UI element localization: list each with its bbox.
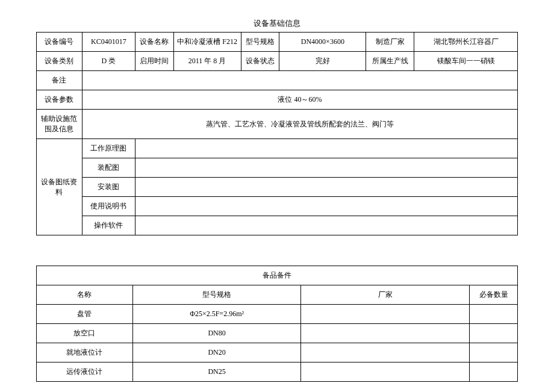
spare-mfr xyxy=(301,305,470,324)
spare-mfr xyxy=(301,343,470,362)
label-manual: 使用说明书 xyxy=(82,197,135,216)
value-equipment-class: D 类 xyxy=(82,52,135,71)
spare-spec: DN80 xyxy=(132,324,301,343)
label-remarks: 备注 xyxy=(37,71,82,90)
table-row: 远传液位计 DN25 xyxy=(37,362,518,382)
header-manufacturer: 厂家 xyxy=(301,285,470,305)
value-production-line: 镁酸车间一一硝镁 xyxy=(414,52,518,71)
label-production-line: 所属生产线 xyxy=(366,52,414,71)
value-software xyxy=(135,216,517,235)
row-drawings-3: 安装图 xyxy=(37,178,518,197)
table-row: 盘管 Φ25×2.5F=2.96m² xyxy=(37,305,518,324)
label-equipment-class: 设备类别 xyxy=(37,52,82,71)
value-remarks xyxy=(82,71,517,90)
label-equipment-name: 设备名称 xyxy=(135,33,173,52)
spare-qty xyxy=(470,324,518,343)
spare-parts-table: 备品备件 名称 型号规格 厂家 必备数量 盘管 Φ25×2.5F=2.96m² … xyxy=(36,266,518,382)
value-equipment-name: 中和冷凝液槽 F212 xyxy=(173,33,241,52)
value-assembly xyxy=(135,158,517,178)
label-software: 操作软件 xyxy=(82,216,135,235)
spare-mfr xyxy=(301,362,470,382)
row-auxiliary: 辅助设施范围及信息 蒸汽管、工艺水管、冷凝液管及管线所配套的法兰、阀门等 xyxy=(37,110,518,139)
spare-qty xyxy=(470,305,518,324)
equipment-info-table: 设备编号 KC0401017 设备名称 中和冷凝液槽 F212 型号规格 DN4… xyxy=(36,32,518,235)
label-auxiliary: 辅助设施范围及信息 xyxy=(37,110,82,139)
value-equipment-code: KC0401017 xyxy=(82,33,135,52)
row-equipment-class: 设备类别 D 类 启用时间 2011 年 8 月 设备状态 完好 所属生产线 镁… xyxy=(37,52,518,71)
value-installation xyxy=(135,178,517,197)
table-row: 放空口 DN80 xyxy=(37,324,518,343)
value-manual xyxy=(135,197,517,216)
spare-mfr xyxy=(301,324,470,343)
label-assembly: 装配图 xyxy=(82,158,135,178)
table1-title: 设备基础信息 xyxy=(36,18,518,29)
header-quantity: 必备数量 xyxy=(470,285,518,305)
spare-name: 就地液位计 xyxy=(37,343,133,362)
label-start-date: 启用时间 xyxy=(135,52,173,71)
spare-qty xyxy=(470,362,518,382)
label-status: 设备状态 xyxy=(241,52,279,71)
label-drawings: 设备图纸资料 xyxy=(37,139,82,235)
value-working-principle xyxy=(135,139,517,158)
header-spec: 型号规格 xyxy=(132,285,301,305)
label-working-principle: 工作原理图 xyxy=(82,139,135,158)
spare-spec: Φ25×2.5F=2.96m² xyxy=(132,305,301,324)
row-equipment-id: 设备编号 KC0401017 设备名称 中和冷凝液槽 F212 型号规格 DN4… xyxy=(37,33,518,52)
row-parameters: 设备参数 液位 40～60% xyxy=(37,90,518,110)
spare-parts-title: 备品备件 xyxy=(37,266,518,285)
spare-name: 远传液位计 xyxy=(37,362,133,382)
row-spare-title: 备品备件 xyxy=(37,266,518,285)
row-remarks: 备注 xyxy=(37,71,518,90)
spare-spec: DN20 xyxy=(132,343,301,362)
spare-qty xyxy=(470,343,518,362)
label-model-spec: 型号规格 xyxy=(241,33,279,52)
spare-name: 放空口 xyxy=(37,324,133,343)
value-auxiliary: 蒸汽管、工艺水管、冷凝液管及管线所配套的法兰、阀门等 xyxy=(82,110,517,139)
value-parameters: 液位 40～60% xyxy=(82,90,517,110)
label-installation: 安装图 xyxy=(82,178,135,197)
value-model-spec: DN4000×3600 xyxy=(279,33,366,52)
label-manufacturer: 制造厂家 xyxy=(366,33,414,52)
row-drawings-1: 设备图纸资料 工作原理图 xyxy=(37,139,518,158)
value-start-date: 2011 年 8 月 xyxy=(173,52,241,71)
label-equipment-code: 设备编号 xyxy=(37,33,82,52)
spare-spec: DN25 xyxy=(132,362,301,382)
row-spare-headers: 名称 型号规格 厂家 必备数量 xyxy=(37,285,518,305)
row-drawings-2: 装配图 xyxy=(37,158,518,178)
spare-name: 盘管 xyxy=(37,305,133,324)
header-name: 名称 xyxy=(37,285,133,305)
table-row: 就地液位计 DN20 xyxy=(37,343,518,362)
row-drawings-5: 操作软件 xyxy=(37,216,518,235)
value-status: 完好 xyxy=(279,52,366,71)
label-parameters: 设备参数 xyxy=(37,90,82,110)
row-drawings-4: 使用说明书 xyxy=(37,197,518,216)
value-manufacturer: 湖北鄂州长江容器厂 xyxy=(414,33,518,52)
